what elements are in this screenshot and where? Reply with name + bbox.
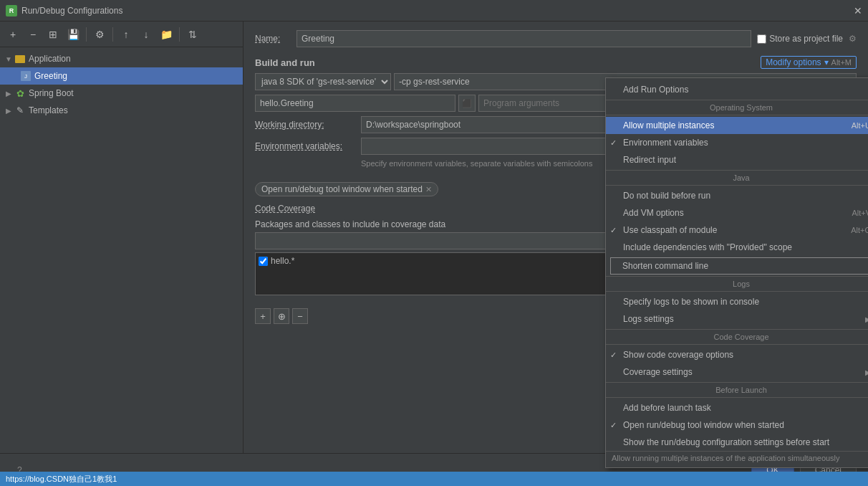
coverage-item-checkbox[interactable] bbox=[259, 257, 268, 266]
cp-field[interactable] bbox=[394, 73, 857, 90]
env-vars-label: Environment variables: bbox=[255, 141, 355, 151]
gear-icon[interactable]: ⚙ bbox=[849, 34, 857, 44]
store-as-project-label: Store as project file bbox=[757, 34, 843, 44]
code-coverage-heading: Code Coverage bbox=[255, 204, 857, 214]
chip-close-button[interactable]: ✕ bbox=[425, 185, 432, 194]
config-tree: ▼ Application J Greeting ▶ ✿ Spring Boot bbox=[0, 47, 243, 486]
greeting-config-icon: J bbox=[20, 70, 32, 82]
toolbar-separator-1 bbox=[86, 27, 87, 42]
tree-item-greeting[interactable]: J Greeting bbox=[0, 67, 243, 85]
move-up-button[interactable]: ↑ bbox=[117, 26, 135, 43]
toolbar-separator-2 bbox=[112, 27, 113, 42]
program-args-input[interactable] bbox=[478, 95, 857, 112]
coverage-remove-button[interactable]: − bbox=[292, 308, 308, 324]
application-label: Application bbox=[29, 54, 71, 64]
env-vars-row: Environment variables: bbox=[255, 138, 857, 155]
springboot-label: Spring Boot bbox=[29, 88, 74, 98]
tree-item-springboot[interactable]: ▶ ✿ Spring Boot bbox=[0, 85, 243, 102]
title-bar-text: Run/Debug Configurations bbox=[21, 6, 122, 16]
right-panel: Name: Store as project file ⚙ Build and … bbox=[243, 22, 868, 486]
store-as-project-checkbox[interactable] bbox=[757, 34, 766, 44]
coverage-list: hello.* bbox=[255, 252, 857, 295]
save-config-button[interactable]: 💾 bbox=[64, 26, 82, 43]
close-button[interactable]: ✕ bbox=[854, 5, 862, 16]
modify-options-shortcut: Alt+M bbox=[831, 58, 852, 67]
settings-button[interactable]: ⚙ bbox=[91, 26, 108, 43]
tree-item-templates[interactable]: ▶ ✎ Templates bbox=[0, 102, 243, 119]
left-toolbar: + − ⊞ 💾 ⚙ ↑ ↓ 📁 ⇅ bbox=[0, 22, 243, 47]
expand-arrow-templates: ▶ bbox=[3, 105, 14, 116]
templates-icon: ✎ bbox=[14, 105, 26, 116]
remove-config-button[interactable]: − bbox=[24, 26, 42, 43]
tree-item-application[interactable]: ▼ Application bbox=[0, 50, 243, 67]
status-text: https://blog.CSDN独自己1教我1 bbox=[6, 474, 117, 485]
sdk-select[interactable]: java 8 SDK of 'gs-rest-service' bbox=[255, 73, 391, 90]
coverage-list-item: hello.* bbox=[259, 256, 853, 266]
coverage-add-all-button[interactable]: ⊕ bbox=[274, 308, 289, 324]
sort-button[interactable]: ⇅ bbox=[184, 26, 201, 43]
left-panel: + − ⊞ 💾 ⚙ ↑ ↓ 📁 ⇅ ▼ Application bbox=[0, 22, 243, 486]
env-vars-hint: Specify environment variables, separate … bbox=[361, 159, 857, 168]
title-bar: R Run/Debug Configurations ✕ bbox=[0, 0, 868, 22]
main-dialog: + − ⊞ 💾 ⚙ ↑ ↓ 📁 ⇅ ▼ Application bbox=[0, 22, 868, 486]
build-run-title: Build and run bbox=[255, 57, 315, 68]
code-coverage-section: Code Coverage Packages and classes to in… bbox=[255, 204, 857, 295]
expand-arrow-application: ▼ bbox=[3, 53, 14, 65]
folder-button[interactable]: 📁 bbox=[158, 26, 175, 43]
name-input[interactable] bbox=[296, 30, 751, 47]
application-folder-icon bbox=[14, 53, 26, 65]
coverage-add-button[interactable]: + bbox=[255, 308, 271, 324]
modify-options-button[interactable]: Modify options ▾ Alt+M bbox=[761, 56, 857, 69]
name-label: Name: bbox=[255, 34, 291, 44]
templates-label: Templates bbox=[29, 105, 68, 115]
app-icon: R bbox=[6, 5, 17, 16]
move-down-button[interactable]: ↓ bbox=[138, 26, 155, 43]
working-dir-input[interactable] bbox=[361, 116, 857, 133]
main-class-row: ⬛ bbox=[255, 95, 857, 112]
dropdown-arrow-icon: ▾ bbox=[824, 57, 829, 67]
chip-label: Open run/debug tool window when started bbox=[261, 184, 423, 194]
copy-config-button[interactable]: ⊞ bbox=[44, 26, 62, 43]
sdk-row: java 8 SDK of 'gs-rest-service' bbox=[255, 73, 857, 90]
main-class-input[interactable] bbox=[255, 95, 455, 112]
working-dir-row: Working directory: bbox=[255, 116, 857, 133]
coverage-packages-label: Packages and classes to include in cover… bbox=[255, 219, 857, 229]
add-config-button[interactable]: + bbox=[4, 26, 21, 43]
status-bar: https://blog.CSDN独自己1教我1 bbox=[0, 472, 868, 486]
name-row: Name: Store as project file ⚙ bbox=[255, 30, 857, 47]
springboot-icon: ✿ bbox=[14, 87, 26, 99]
working-dir-label: Working directory: bbox=[255, 120, 355, 130]
modify-options-label: Modify options bbox=[766, 57, 821, 67]
build-run-section: Build and run Modify options ▾ Alt+M jav… bbox=[255, 56, 857, 173]
coverage-toolbar: + ⊕ − bbox=[255, 308, 857, 324]
browse-button[interactable]: ⬛ bbox=[458, 95, 476, 112]
coverage-item-label: hello.* bbox=[271, 256, 294, 266]
open-tool-window-chip: Open run/debug tool window when started … bbox=[255, 182, 438, 196]
chip-row: Open run/debug tool window when started … bbox=[255, 182, 857, 196]
expand-arrow-springboot: ▶ bbox=[3, 87, 14, 99]
build-run-header: Build and run Modify options ▾ Alt+M bbox=[255, 56, 857, 69]
coverage-filter-input[interactable] bbox=[255, 232, 857, 249]
toolbar-separator-3 bbox=[179, 27, 180, 42]
env-vars-input[interactable] bbox=[361, 138, 857, 155]
greeting-label: Greeting bbox=[34, 71, 67, 81]
